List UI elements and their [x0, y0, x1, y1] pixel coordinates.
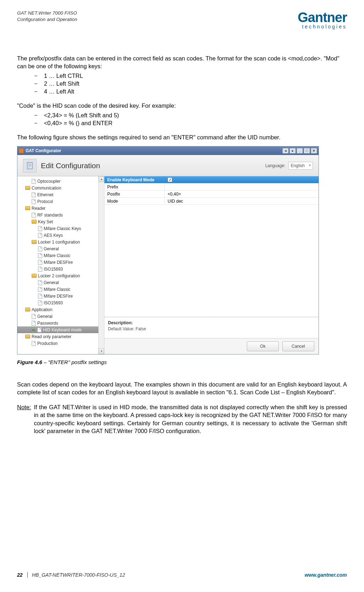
doc-title-2: Configuration and Operation	[17, 16, 77, 23]
property-value[interactable]: UID dec	[165, 198, 319, 204]
tree-item-label: Locker 1 configuration	[38, 239, 80, 245]
file-icon	[38, 246, 42, 251]
edit-config-icon	[23, 159, 37, 172]
document-id: HB_GAT-NETWRITER-7000-FISO-US_12	[32, 572, 125, 578]
file-icon	[38, 280, 42, 285]
folder-icon	[25, 308, 30, 311]
note-label: Note:	[17, 403, 31, 435]
tree-item[interactable]: Key Set	[17, 218, 104, 225]
tree-item[interactable]: AES Keys	[17, 232, 104, 239]
property-label: Postfix	[104, 191, 165, 197]
note-block: Note: If the GAT NET.Writer is used in H…	[17, 403, 347, 435]
property-label: Mode	[104, 198, 165, 204]
file-icon	[32, 199, 36, 204]
folder-icon	[32, 220, 37, 224]
description-value: Default Value: False	[108, 326, 315, 332]
tree-item[interactable]: ISO15693	[17, 299, 104, 306]
tree-item[interactable]: Optocoupler	[17, 178, 104, 185]
scroll-down-button[interactable]: ▾	[99, 348, 104, 354]
splitter-handle[interactable]	[205, 316, 219, 318]
tree-item-label: Passwords	[37, 320, 58, 326]
tree-item[interactable]: Ethernet	[17, 191, 104, 198]
scroll-up-button[interactable]: ▴	[99, 176, 104, 182]
tree-item[interactable]: Communication	[17, 185, 104, 191]
tree-item[interactable]: Read only parameter	[17, 333, 104, 340]
configurator-window: GAT Configurator ◂ ▸ _ □ ✕	[17, 146, 319, 354]
file-icon	[38, 233, 42, 238]
property-label: Prefix	[104, 183, 165, 190]
paragraph-code-intro: "Code" is the HID scan code of the desir…	[17, 102, 347, 110]
file-icon	[38, 226, 42, 231]
tree-item-label: Application	[32, 307, 53, 313]
tree-scrollbar[interactable]: ▴ ▾	[98, 176, 104, 354]
tree-item-label: ISO15693	[44, 300, 63, 306]
tree-item[interactable]: General	[17, 279, 104, 286]
mod-key-list: 1 … Left CTRL2 … Left Shift4 … Left Alt	[17, 72, 347, 96]
tree-item[interactable]: Mifare DESFire	[17, 293, 104, 299]
tree-item[interactable]: Reader	[17, 205, 104, 212]
tree-item[interactable]: Mifare DESFire	[17, 259, 104, 266]
tree-item[interactable]: General	[17, 313, 104, 320]
tree-item[interactable]: Locker 2 configuration	[17, 272, 104, 279]
tree-item[interactable]: RF standards	[17, 212, 104, 218]
description-label: Description:	[108, 320, 315, 326]
paragraph-scan-codes: Scan codes depend on the keyboard layout…	[17, 380, 347, 396]
language-label: Language:	[265, 163, 286, 169]
property-row[interactable]: Postfix<0,40>	[104, 191, 319, 198]
tree-item[interactable]: ➡HID Keyboard mode	[17, 326, 104, 333]
property-row[interactable]: ModeUID dec	[104, 198, 319, 205]
tree-item[interactable]: Mifare Classic Keys	[17, 225, 104, 232]
tree-item-label: Ethernet	[37, 192, 53, 198]
code-example-list: <2,34> = % (Left Shift and 5)<0,40> = % …	[17, 111, 347, 127]
property-row[interactable]: Enable Keyboard Mode✓	[104, 176, 319, 183]
tree-item-label: Communication	[32, 185, 61, 191]
title-bar-left: GAT Configurator	[19, 148, 61, 154]
folder-icon	[32, 240, 37, 244]
file-icon	[38, 300, 42, 305]
config-tree: OptocouplerCommunicationEthernetProtocol…	[17, 178, 104, 347]
property-row[interactable]: Prefix	[104, 183, 319, 191]
tree-item[interactable]: Protocol	[17, 198, 104, 205]
property-value[interactable]: <0,40>	[165, 191, 319, 197]
cancel-button[interactable]: Cancel	[282, 341, 314, 351]
tree-item-label: Locker 2 configuration	[38, 273, 80, 279]
ok-button[interactable]: Ok	[247, 341, 279, 351]
tree-item-label: ISO15693	[44, 266, 63, 272]
svg-rect-0	[27, 162, 33, 169]
language-dropdown[interactable]: English	[288, 162, 313, 170]
property-value[interactable]: ✓	[165, 177, 319, 182]
file-icon	[32, 314, 36, 319]
file-icon	[32, 341, 36, 346]
window-title-bar[interactable]: GAT Configurator ◂ ▸ _ □ ✕	[17, 146, 319, 155]
page-number: 22	[17, 572, 28, 578]
nav-fwd-button[interactable]: ▸	[289, 148, 296, 154]
language-selector-group: Language: English	[265, 162, 313, 170]
tree-item[interactable]: Mifare Classic	[17, 252, 104, 259]
brand-logo-sub: technologies	[298, 24, 347, 30]
figure-wrapper: GAT Configurator ◂ ▸ _ □ ✕	[17, 146, 347, 354]
paragraph-figure-intro: The following figure shows the settings …	[17, 133, 347, 141]
file-icon	[32, 179, 36, 184]
tree-item[interactable]: General	[17, 245, 104, 252]
note-text: If the GAT NET.Writer is used in HID mod…	[34, 403, 347, 435]
tree-item[interactable]: Locker 1 configuration	[17, 239, 104, 245]
folder-icon	[25, 335, 30, 338]
tree-item[interactable]: Mifare Classic	[17, 286, 104, 293]
tree-item-label: General	[37, 314, 53, 319]
minimize-button[interactable]: _	[297, 148, 303, 154]
list-item: 1 … Left CTRL	[34, 72, 347, 80]
file-icon	[32, 321, 36, 326]
tree-item[interactable]: Production	[17, 340, 104, 347]
tree-item[interactable]: Passwords	[17, 320, 104, 326]
close-button[interactable]: ✕	[311, 148, 317, 154]
checkbox-icon[interactable]: ✓	[168, 177, 172, 182]
list-item: <2,34> = % (Left Shift and 5)	[34, 111, 347, 119]
nav-back-button[interactable]: ◂	[282, 148, 289, 154]
maximize-button[interactable]: □	[304, 148, 310, 154]
properties-pane: Enable Keyboard Mode✓PrefixPostfix<0,40>…	[104, 176, 319, 354]
folder-icon	[25, 206, 30, 210]
tree-item[interactable]: Application	[17, 306, 104, 313]
tree-item[interactable]: ISO15693	[17, 266, 104, 272]
file-icon	[38, 267, 42, 272]
window-body: OptocouplerCommunicationEthernetProtocol…	[17, 176, 319, 354]
